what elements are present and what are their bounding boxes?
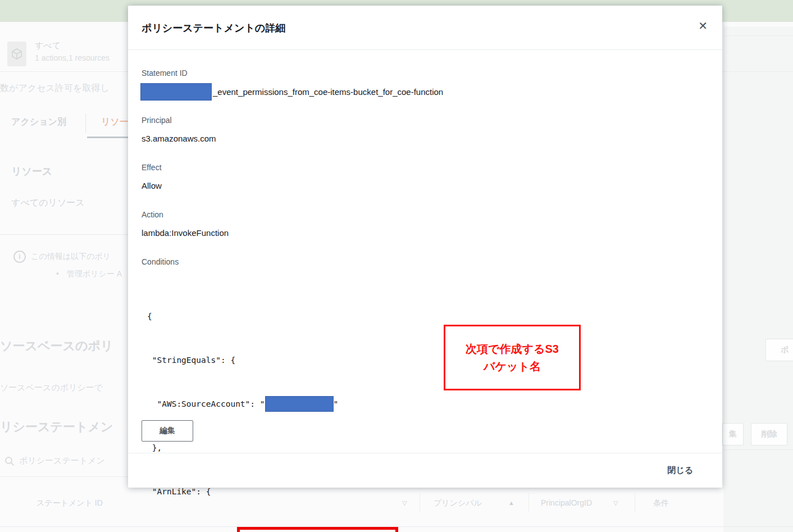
conditions-label: Conditions: [142, 257, 179, 266]
highlighted-arn-value: "arn:aws:s3:::coe-items-bucket": [237, 527, 398, 532]
conditions-json: { "StringEquals": { "AWS:SourceAccount":…: [147, 280, 398, 532]
divider: [723, 449, 793, 450]
effect-value: Allow: [142, 181, 162, 190]
tab-by-action[interactable]: アクション別: [11, 116, 66, 128]
annotation-line1: 次項で作成するS3: [466, 340, 559, 358]
divider: [723, 35, 793, 36]
json-line-source-arn: "AWS:SourceArn":"arn:aws:s3:::coe-items-…: [147, 528, 398, 532]
page: すべて 1 actions,1 resources 数がアクセス許可を取得し ア…: [0, 0, 793, 532]
json-text: "AWS:SourceAccount": ": [147, 397, 265, 411]
col-header-conditions[interactable]: 条件: [653, 498, 669, 508]
json-text: ": [334, 397, 339, 411]
sort-icon[interactable]: ▽: [402, 499, 407, 507]
resource-cube-icon: [7, 42, 26, 66]
col-header-principalorgid[interactable]: PrincipalOrgID: [541, 498, 592, 507]
redacted-account-box: [140, 83, 212, 101]
principal-value: s3.amazonaws.com: [142, 134, 216, 143]
managed-policy-bullet: • 管理ポリシー A: [56, 269, 122, 279]
managed-policy-text: 管理ポリシー A: [67, 269, 122, 278]
edit-button[interactable]: 編集: [142, 420, 193, 442]
json-line-source-account: "AWS:SourceAccount": "": [147, 397, 398, 411]
sort-icon[interactable]: ▲: [508, 499, 514, 506]
resources-heading: リソース: [11, 165, 52, 178]
search-input[interactable]: ポリシーステートメン: [19, 456, 105, 466]
effect-label: Effect: [142, 163, 162, 172]
statement-id-text: _event_permissions_from_coe-items-bucket…: [213, 87, 443, 97]
divider: [0, 476, 128, 477]
col-header-statement-id[interactable]: ステートメント ID: [37, 498, 103, 508]
column-divider: [528, 493, 529, 512]
resource-summary-title: すべて: [35, 40, 61, 51]
search-icon: [4, 456, 15, 466]
modal-header-divider: [128, 49, 722, 50]
resource-summary-subtitle: 1 actions,1 resources: [35, 53, 110, 62]
permission-description: 数がアクセス許可を取得し: [0, 83, 110, 94]
bullet-icon: •: [56, 269, 59, 278]
all-resources-label: すべてのリソース: [11, 197, 85, 209]
annotation-line2: バケット名: [484, 358, 541, 375]
json-line: {: [147, 309, 398, 324]
add-policy-button-partial[interactable]: ポ: [765, 339, 793, 361]
policy-statements-heading: リシーステートメン: [0, 419, 113, 435]
column-divider: [635, 493, 635, 512]
edit-button-partial[interactable]: 集: [722, 423, 744, 445]
json-text: "AWS:SourceArn":: [147, 528, 235, 532]
modal-footer: 閉じる: [128, 453, 722, 488]
action-value: lambda:InvokeFunction: [142, 228, 229, 238]
redacted-account-box: [265, 396, 334, 412]
active-tab-underline: [87, 137, 128, 138]
col-header-principal[interactable]: プリンシパル: [434, 498, 482, 508]
action-label: Action: [142, 210, 163, 219]
divider: [0, 234, 128, 235]
right-background-panel: [723, 26, 793, 532]
statement-id-value: _event_permissions_from_coe-items-bucket…: [140, 83, 443, 100]
modal-title: ポリシーステートメントの詳細: [142, 21, 285, 35]
tab-by-resource[interactable]: リソー: [101, 116, 129, 128]
policy-statement-modal: ポリシーステートメントの詳細 ✕ Statement ID _event_per…: [128, 6, 722, 488]
json-line: "StringEquals": {: [147, 353, 398, 367]
close-icon[interactable]: ✕: [698, 20, 708, 31]
info-icon: i: [13, 251, 26, 263]
delete-button[interactable]: 削除: [751, 423, 787, 445]
annotation-callout: 次項で作成するS3 バケット名: [444, 325, 581, 390]
resource-based-policy-heading: ソースベースのポリ: [0, 338, 113, 354]
info-glyph: i: [19, 253, 20, 261]
column-divider: [420, 493, 420, 512]
info-text: この情報は以下のポリ: [31, 252, 111, 262]
principal-label: Principal: [142, 116, 172, 125]
close-button[interactable]: 閉じる: [667, 465, 693, 476]
statement-id-label: Statement ID: [142, 69, 188, 78]
tab-divider: [85, 113, 86, 133]
sort-icon[interactable]: ▽: [613, 499, 618, 507]
resource-based-policy-description: ソースベースのポリシーで: [0, 383, 103, 393]
